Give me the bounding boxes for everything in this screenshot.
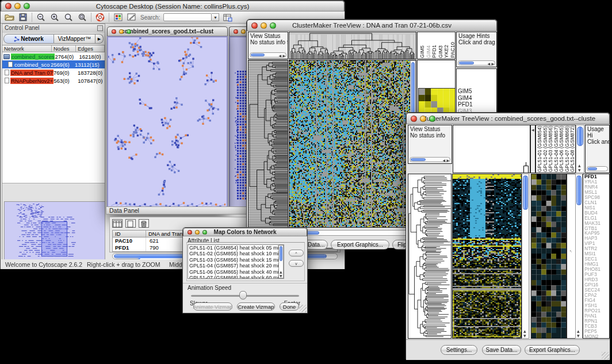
network-tree-row[interactable]: RNAPuberNov2+563(0)107847(0) [2,76,105,85]
zoom-out-icon[interactable] [36,13,46,22]
annotation-icon[interactable] [127,13,137,22]
zoom-button[interactable] [270,22,276,29]
help-lifebuoy-icon[interactable] [95,13,105,22]
save-icon[interactable] [18,13,28,22]
heatmap-vscrollbar[interactable]: ▲▼ [522,174,529,339]
close-button[interactable] [112,29,116,34]
done-button[interactable]: Done [280,302,299,311]
close-button[interactable] [5,3,12,9]
speed-slider-thumb[interactable] [239,291,247,300]
gene-label[interactable]: PFD1 [458,101,496,108]
new-document-icon[interactable] [125,219,136,228]
zoom-heatmap-panel[interactable] [531,174,567,339]
scrollbar-thumb[interactable] [280,246,282,261]
gene-dendrogram-panel[interactable] [248,60,288,228]
gene-dendrogram-panel[interactable] [408,174,452,339]
zoom-fit-icon[interactable] [77,13,87,22]
export-graphics-button[interactable]: Export Graphics... [331,240,389,250]
zoom-button[interactable] [429,116,435,122]
array-dendrogram-panel[interactable] [289,32,416,59]
export-graphics-button[interactable]: Export Graphics... [525,345,580,355]
minimize-button[interactable] [261,22,267,29]
tab-vizmapper[interactable]: VizMapper™ [54,34,95,44]
network-canvas-2[interactable] [230,37,248,212]
scrollbar-thumb[interactable] [411,158,426,161]
scrollbar-thumb[interactable] [523,175,528,210]
save-data-button[interactable]: Save Data... [482,345,521,355]
zoom-selected-icon[interactable] [63,13,74,22]
list-vscrollbar[interactable]: ▲▼ [278,245,284,278]
network-view-1[interactable] [107,36,228,213]
attribute-item[interactable]: GPL51-01 (GSM854) heat shock 05 min [188,245,284,251]
network-canvas-1[interactable] [108,37,225,211]
gene-dendrogram-canvas[interactable] [408,174,451,338]
network-overview-thumbnail[interactable] [4,201,105,260]
zoom-vscrollbar[interactable]: ▲▼ [575,174,583,339]
array-dendrogram-canvas[interactable] [453,125,530,173]
table-import-icon[interactable] [223,13,233,22]
heatmap-panel[interactable] [289,60,416,228]
attribute-item[interactable]: GPL51-02 (GSM855) heat shock 10 min [188,251,284,256]
resize-grip[interactable] [602,352,609,359]
attribute-item[interactable]: GPL51-07 (GSM868) heat shock 60 min [188,275,284,279]
search-input[interactable] [163,13,212,21]
splitter-strip[interactable]: ◀ [530,125,536,173]
array-dendrogram-canvas[interactable] [289,32,416,59]
gene-label[interactable]: MON2 [584,334,609,339]
dialog-titlebar[interactable]: Map Colors to Network [183,228,307,236]
scrollbar-thumb[interactable] [577,127,583,146]
animate-vizmap-button[interactable]: Animate Vizmap [193,302,232,311]
status-hscrollbar[interactable]: ◀▶ [250,52,286,58]
treeview2-titlebar[interactable]: ClusterMaker TreeView : combined_scores_… [406,113,610,124]
minimize-button[interactable] [241,29,246,34]
minimize-button[interactable] [195,230,200,235]
create-vizmap-button[interactable]: Create Vizmap [237,302,275,311]
search-dropdown-arrow[interactable]: ▼ [212,13,219,21]
settings-button[interactable]: Settings... [441,345,477,355]
zoom-button[interactable] [24,3,30,9]
heatmap-panel[interactable] [452,174,522,339]
labels-vscrollbar[interactable]: ▲▼ [576,125,584,173]
zoom-in-icon[interactable] [49,13,60,22]
attribute-item[interactable]: GPL51-06 (GSM865) heat shock 40 min [188,269,284,275]
move-up-button[interactable]: ^ [289,250,304,256]
attribute-item[interactable]: GPL51-04 (GSM857) heat shock 20 min [188,263,284,269]
main-titlebar[interactable]: Cytoscape Desktop (Session Name: collins… [1,1,345,12]
gene-dendrogram-canvas[interactable] [248,60,288,227]
attribute-item[interactable]: GPL51-03 (GSM856) heat shock 15 min [188,257,284,263]
heatmap-canvas[interactable] [453,174,521,338]
resize-grip[interactable] [299,305,307,312]
scrollbar-thumb[interactable] [459,62,474,64]
close-button[interactable] [234,29,238,34]
scrollbar-thumb[interactable] [588,167,597,170]
zoom-button[interactable] [202,230,207,235]
network-tree-row[interactable]: combined_sco2569(6)13112(15) [2,60,105,68]
tab-overflow-arrow[interactable]: ▶ [95,34,104,44]
vizmapper-icon[interactable] [113,13,123,22]
minimize-button[interactable] [420,116,426,122]
attribute-table-icon[interactable] [112,219,123,228]
tab-network[interactable]: Network [3,34,54,44]
zoom-button[interactable] [127,29,131,34]
scrollbar-thumb[interactable] [251,53,265,56]
open-folder-icon[interactable] [4,13,14,22]
array-dendrogram-panel[interactable] [453,125,530,173]
float-panel-icon[interactable] [97,25,103,31]
heatmap-canvas[interactable] [289,60,410,227]
network-window-1-titlebar[interactable]: combined_scores_good.txt--cluste... [107,26,228,36]
usage-hscrollbar[interactable]: ◀▶ [458,60,495,66]
gene-label[interactable]: GIM4 [458,95,496,102]
minimize-button[interactable] [119,29,124,34]
usage-hscrollbar[interactable] [587,166,608,171]
treeview1-titlebar[interactable]: ClusterMaker TreeView : DNA and Tran 07-… [247,20,497,31]
network-tree-row[interactable]: DNA and Tran 07769(0)183728(0) [2,68,105,76]
gene-label[interactable]: GIM5 [458,88,496,95]
network-tree-row[interactable]: combined_scores2764(0)16218(0) [2,52,105,60]
minimize-button[interactable] [14,3,21,9]
scrollbar-thumb[interactable] [576,175,582,205]
status-hscrollbar[interactable]: ◀▶ [410,157,450,162]
close-button[interactable] [188,230,192,235]
zoom-heatmap-canvas[interactable] [531,174,566,338]
close-button[interactable] [411,116,417,122]
close-button[interactable] [251,22,258,29]
